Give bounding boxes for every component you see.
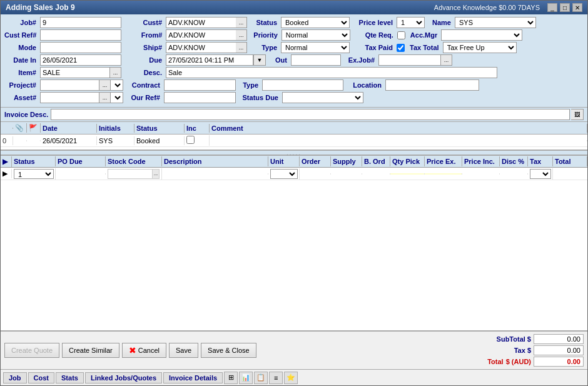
history-col-status: Status <box>134 124 185 133</box>
type2-input[interactable] <box>262 79 343 91</box>
status-due-select[interactable] <box>282 92 363 103</box>
desc-input[interactable] <box>166 67 497 78</box>
type-select[interactable]: Normal <box>281 42 350 53</box>
tab-icon-star[interactable]: ⭐ <box>284 372 298 384</box>
cust-input[interactable] <box>166 17 236 28</box>
items-col-supply: Supply <box>331 156 362 166</box>
restore-button[interactable]: □ <box>560 3 570 12</box>
history-col-date: Date <box>41 124 97 133</box>
name-select[interactable]: SYS <box>455 17 536 28</box>
items-col-unit: Unit <box>268 156 300 166</box>
item-input[interactable] <box>40 67 110 78</box>
form-row-5: Item# ... Desc. <box>4 67 584 78</box>
from-input[interactable] <box>166 29 236 41</box>
desc-label: Desc. <box>130 69 165 76</box>
from-dots-button[interactable]: ... <box>236 29 247 41</box>
job-input[interactable] <box>40 17 121 28</box>
history-cell-attach <box>13 140 27 141</box>
asset-input[interactable] <box>40 92 99 103</box>
tab-stats[interactable]: Stats <box>56 372 84 383</box>
tab-invoice-details[interactable]: Invoice Details <box>163 372 223 383</box>
tax-total-select[interactable]: Tax Free Up <box>443 42 517 53</box>
status-select[interactable]: Booked <box>281 17 350 28</box>
item-dots-button[interactable]: ... <box>110 67 121 78</box>
history-cell-comment <box>210 140 587 141</box>
invoice-desc-input[interactable] <box>51 109 570 120</box>
close-button[interactable]: ✕ <box>572 3 582 12</box>
cust-ref-input[interactable] <box>40 29 121 41</box>
due-input[interactable] <box>166 54 253 66</box>
ex-job-field-group: ... <box>378 54 452 66</box>
invoice-desc-button[interactable]: 🖼 <box>571 109 584 120</box>
status-due-label: Status Due <box>242 94 281 101</box>
cancel-icon: ✖ <box>129 345 136 355</box>
resizer[interactable]: ..... <box>1 150 587 155</box>
project-select[interactable]: ▼ <box>111 79 123 91</box>
acc-mgr-select[interactable] <box>441 29 522 41</box>
form-row-1: Job# Cust# ... Status Booked Price level… <box>4 17 584 28</box>
priority-label: Priority <box>253 31 280 39</box>
save-button[interactable]: Save <box>169 343 198 358</box>
date-in-input[interactable] <box>40 54 121 66</box>
ship-dots-button[interactable]: ... <box>236 42 247 53</box>
tab-icon-chart[interactable]: 📊 <box>239 372 253 384</box>
cancel-button[interactable]: ✖ Cancel <box>122 343 166 358</box>
out-input[interactable] <box>291 54 341 66</box>
project-input[interactable] <box>40 79 99 91</box>
ship-label: Ship# <box>130 44 165 51</box>
minimize-button[interactable]: _ <box>547 3 557 12</box>
price-level-select[interactable]: 1 <box>397 17 425 28</box>
items-stock-code-dots[interactable]: ... <box>153 169 160 179</box>
our-ref-input[interactable] <box>164 92 236 103</box>
total-label: Total <box>460 358 504 365</box>
history-col-num <box>1 128 13 129</box>
items-unit-select[interactable] <box>270 169 298 179</box>
due-field-group: ▼ <box>166 54 266 66</box>
history-col-initials: Initials <box>97 124 134 133</box>
tab-icon-list[interactable]: ≡ <box>269 372 283 384</box>
location-input[interactable] <box>385 79 479 91</box>
project-label: Project# <box>4 81 39 89</box>
asset-dots-button[interactable]: ... <box>99 92 111 103</box>
items-status-select[interactable]: 1 <box>14 169 54 179</box>
tab-linked-jobs-quotes[interactable]: Linked Jobs/Quotes <box>85 372 162 383</box>
invoice-desc-label: Invoice Desc. <box>4 111 51 118</box>
contract-input[interactable] <box>164 79 236 91</box>
due-dropdown-button[interactable]: ▼ <box>253 54 266 66</box>
tab-cost[interactable]: Cost <box>28 372 54 383</box>
type-label: Type <box>253 44 280 51</box>
items-col-stock-code: Stock Code <box>106 156 162 166</box>
create-similar-button[interactable]: Create Similar <box>62 343 119 358</box>
items-col-qty-pick: Qty Pick <box>390 156 425 166</box>
ex-job-input[interactable] <box>378 54 441 66</box>
history-cell-inc <box>185 135 210 146</box>
tax-row: Tax $ <box>487 345 584 355</box>
project-dots-button[interactable]: ... <box>99 79 111 91</box>
subtotal-row: SubTotal $ <box>487 334 584 344</box>
priority-select[interactable]: Normal <box>281 29 350 41</box>
create-quote-button[interactable]: Create Quote <box>4 343 59 358</box>
tax-total-label: Tax Total <box>410 44 442 51</box>
subtotal-value <box>534 334 584 344</box>
form-row-7: Asset# ... ▼ Our Ref# Status Due <box>4 92 584 103</box>
contract-label: Contract <box>128 81 163 89</box>
mode-input[interactable] <box>40 42 121 53</box>
items-cell-price-ex <box>425 173 462 175</box>
items-col-tax: Tax <box>528 156 553 166</box>
cust-dots-button[interactable]: ... <box>236 17 247 28</box>
tab-icon-grid[interactable]: ⊞ <box>224 372 238 384</box>
ship-input[interactable] <box>166 42 236 53</box>
items-tax-select[interactable] <box>530 169 551 179</box>
ex-job-dots-button[interactable]: ... <box>441 54 452 66</box>
qte-req-checkbox[interactable] <box>397 31 405 39</box>
history-cell-date: 26/05/2021 <box>41 136 97 145</box>
title-bar: Adding Sales Job 9 Advance Knowledge $0.… <box>1 1 587 14</box>
history-inc-checkbox[interactable] <box>186 136 195 144</box>
asset-select[interactable]: ▼ <box>111 92 123 103</box>
tab-job[interactable]: Job <box>3 372 27 383</box>
tab-icon-copy[interactable]: 📋 <box>254 372 268 384</box>
save-close-button[interactable]: Save & Close <box>201 343 256 358</box>
title-bar-controls: Advance Knowledge $0.00 7DAYS _ □ ✕ <box>434 3 582 12</box>
tax-paid-checkbox[interactable] <box>397 44 405 52</box>
items-stock-code-input[interactable] <box>108 169 153 179</box>
